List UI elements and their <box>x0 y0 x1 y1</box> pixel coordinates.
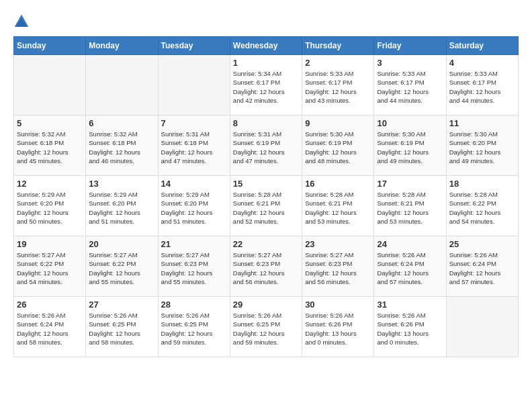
calendar-cell: 10Sunrise: 5:30 AM Sunset: 6:19 PM Dayli… <box>374 116 446 176</box>
calendar-cell: 24Sunrise: 5:26 AM Sunset: 6:24 PM Dayli… <box>374 236 446 297</box>
day-header-monday: Monday <box>86 37 158 55</box>
day-number: 14 <box>161 179 227 189</box>
day-info: Sunrise: 5:33 AM Sunset: 6:17 PM Dayligh… <box>377 69 443 105</box>
day-number: 31 <box>377 300 443 310</box>
calendar-cell: 22Sunrise: 5:27 AM Sunset: 6:23 PM Dayli… <box>230 236 302 297</box>
calendar-week-row: 5Sunrise: 5:32 AM Sunset: 6:18 PM Daylig… <box>14 116 519 176</box>
day-info: Sunrise: 5:30 AM Sunset: 6:20 PM Dayligh… <box>449 130 515 165</box>
day-header-thursday: Thursday <box>302 37 374 55</box>
calendar-cell: 14Sunrise: 5:29 AM Sunset: 6:20 PM Dayli… <box>158 176 230 236</box>
calendar-cell: 4Sunrise: 5:33 AM Sunset: 6:17 PM Daylig… <box>446 55 518 116</box>
day-number: 12 <box>17 179 83 189</box>
day-number: 6 <box>89 118 154 128</box>
calendar-cell: 8Sunrise: 5:31 AM Sunset: 6:19 PM Daylig… <box>230 116 302 176</box>
day-info: Sunrise: 5:26 AM Sunset: 6:25 PM Dayligh… <box>89 311 154 347</box>
calendar-cell: 17Sunrise: 5:28 AM Sunset: 6:21 PM Dayli… <box>374 176 446 236</box>
day-info: Sunrise: 5:31 AM Sunset: 6:19 PM Dayligh… <box>233 130 299 165</box>
calendar-cell: 26Sunrise: 5:26 AM Sunset: 6:24 PM Dayli… <box>14 297 86 357</box>
day-info: Sunrise: 5:26 AM Sunset: 6:24 PM Dayligh… <box>377 250 443 286</box>
day-number: 1 <box>233 58 299 68</box>
day-number: 23 <box>305 239 371 249</box>
day-number: 28 <box>161 300 227 310</box>
day-number: 10 <box>377 118 443 128</box>
calendar-cell <box>86 55 158 116</box>
day-number: 18 <box>449 179 515 189</box>
day-info: Sunrise: 5:34 AM Sunset: 6:17 PM Dayligh… <box>233 69 299 105</box>
calendar-cell: 13Sunrise: 5:29 AM Sunset: 6:20 PM Dayli… <box>86 176 158 236</box>
calendar-cell: 30Sunrise: 5:26 AM Sunset: 6:26 PM Dayli… <box>302 297 374 357</box>
day-number: 13 <box>89 179 154 189</box>
calendar-week-row: 12Sunrise: 5:29 AM Sunset: 6:20 PM Dayli… <box>14 176 519 236</box>
day-info: Sunrise: 5:27 AM Sunset: 6:22 PM Dayligh… <box>17 250 83 286</box>
day-info: Sunrise: 5:28 AM Sunset: 6:22 PM Dayligh… <box>449 190 515 226</box>
day-number: 3 <box>377 58 443 68</box>
day-info: Sunrise: 5:28 AM Sunset: 6:21 PM Dayligh… <box>305 190 371 226</box>
logo-icon <box>13 13 30 30</box>
calendar-cell: 28Sunrise: 5:26 AM Sunset: 6:25 PM Dayli… <box>158 297 230 357</box>
day-info: Sunrise: 5:29 AM Sunset: 6:20 PM Dayligh… <box>89 190 154 226</box>
day-header-wednesday: Wednesday <box>230 37 302 55</box>
day-info: Sunrise: 5:26 AM Sunset: 6:26 PM Dayligh… <box>377 311 443 347</box>
calendar-cell <box>446 297 518 357</box>
day-header-sunday: Sunday <box>14 37 86 55</box>
calendar-cell: 23Sunrise: 5:27 AM Sunset: 6:23 PM Dayli… <box>302 236 374 297</box>
day-info: Sunrise: 5:26 AM Sunset: 6:24 PM Dayligh… <box>17 311 83 347</box>
calendar-cell: 15Sunrise: 5:28 AM Sunset: 6:21 PM Dayli… <box>230 176 302 236</box>
day-info: Sunrise: 5:27 AM Sunset: 6:23 PM Dayligh… <box>305 250 371 286</box>
day-number: 11 <box>449 118 515 128</box>
day-info: Sunrise: 5:29 AM Sunset: 6:20 PM Dayligh… <box>161 190 227 226</box>
logo <box>13 13 32 30</box>
calendar-cell: 18Sunrise: 5:28 AM Sunset: 6:22 PM Dayli… <box>446 176 518 236</box>
calendar-cell: 25Sunrise: 5:26 AM Sunset: 6:24 PM Dayli… <box>446 236 518 297</box>
calendar-cell: 6Sunrise: 5:32 AM Sunset: 6:18 PM Daylig… <box>86 116 158 176</box>
calendar-table: SundayMondayTuesdayWednesdayThursdayFrid… <box>13 36 519 357</box>
day-number: 5 <box>17 118 83 128</box>
day-number: 29 <box>233 300 299 310</box>
day-number: 2 <box>305 58 371 68</box>
calendar-cell: 1Sunrise: 5:34 AM Sunset: 6:17 PM Daylig… <box>230 55 302 116</box>
calendar-cell: 2Sunrise: 5:33 AM Sunset: 6:17 PM Daylig… <box>302 55 374 116</box>
day-number: 9 <box>305 118 371 128</box>
day-number: 8 <box>233 118 299 128</box>
day-info: Sunrise: 5:26 AM Sunset: 6:25 PM Dayligh… <box>161 311 227 347</box>
day-number: 22 <box>233 239 299 249</box>
day-info: Sunrise: 5:31 AM Sunset: 6:18 PM Dayligh… <box>161 130 227 165</box>
day-info: Sunrise: 5:28 AM Sunset: 6:21 PM Dayligh… <box>377 190 443 226</box>
calendar-week-row: 26Sunrise: 5:26 AM Sunset: 6:24 PM Dayli… <box>14 297 519 357</box>
page-header <box>13 13 519 30</box>
calendar-cell: 27Sunrise: 5:26 AM Sunset: 6:25 PM Dayli… <box>86 297 158 357</box>
day-number: 21 <box>161 239 227 249</box>
day-info: Sunrise: 5:27 AM Sunset: 6:23 PM Dayligh… <box>161 250 227 286</box>
day-number: 17 <box>377 179 443 189</box>
day-number: 26 <box>17 300 83 310</box>
day-info: Sunrise: 5:32 AM Sunset: 6:18 PM Dayligh… <box>17 130 83 165</box>
day-number: 7 <box>161 118 227 128</box>
day-info: Sunrise: 5:29 AM Sunset: 6:20 PM Dayligh… <box>17 190 83 226</box>
calendar-cell: 21Sunrise: 5:27 AM Sunset: 6:23 PM Dayli… <box>158 236 230 297</box>
day-number: 25 <box>449 239 515 249</box>
day-info: Sunrise: 5:26 AM Sunset: 6:24 PM Dayligh… <box>449 250 515 286</box>
calendar-cell: 16Sunrise: 5:28 AM Sunset: 6:21 PM Dayli… <box>302 176 374 236</box>
day-info: Sunrise: 5:33 AM Sunset: 6:17 PM Dayligh… <box>305 69 371 105</box>
day-number: 4 <box>449 58 515 68</box>
day-header-friday: Friday <box>374 37 446 55</box>
day-number: 27 <box>89 300 154 310</box>
day-number: 24 <box>377 239 443 249</box>
calendar-cell: 19Sunrise: 5:27 AM Sunset: 6:22 PM Dayli… <box>14 236 86 297</box>
day-info: Sunrise: 5:26 AM Sunset: 6:25 PM Dayligh… <box>233 311 299 347</box>
day-info: Sunrise: 5:33 AM Sunset: 6:17 PM Dayligh… <box>449 69 515 105</box>
day-number: 20 <box>89 239 154 249</box>
calendar-cell: 7Sunrise: 5:31 AM Sunset: 6:18 PM Daylig… <box>158 116 230 176</box>
calendar-cell: 9Sunrise: 5:30 AM Sunset: 6:19 PM Daylig… <box>302 116 374 176</box>
calendar-cell <box>14 55 86 116</box>
day-number: 19 <box>17 239 83 249</box>
calendar-week-row: 19Sunrise: 5:27 AM Sunset: 6:22 PM Dayli… <box>14 236 519 297</box>
day-info: Sunrise: 5:26 AM Sunset: 6:26 PM Dayligh… <box>305 311 371 347</box>
day-number: 30 <box>305 300 371 310</box>
calendar-cell: 20Sunrise: 5:27 AM Sunset: 6:22 PM Dayli… <box>86 236 158 297</box>
day-info: Sunrise: 5:30 AM Sunset: 6:19 PM Dayligh… <box>305 130 371 165</box>
calendar-cell: 3Sunrise: 5:33 AM Sunset: 6:17 PM Daylig… <box>374 55 446 116</box>
calendar-cell: 31Sunrise: 5:26 AM Sunset: 6:26 PM Dayli… <box>374 297 446 357</box>
day-info: Sunrise: 5:27 AM Sunset: 6:22 PM Dayligh… <box>89 250 154 286</box>
calendar-cell <box>158 55 230 116</box>
